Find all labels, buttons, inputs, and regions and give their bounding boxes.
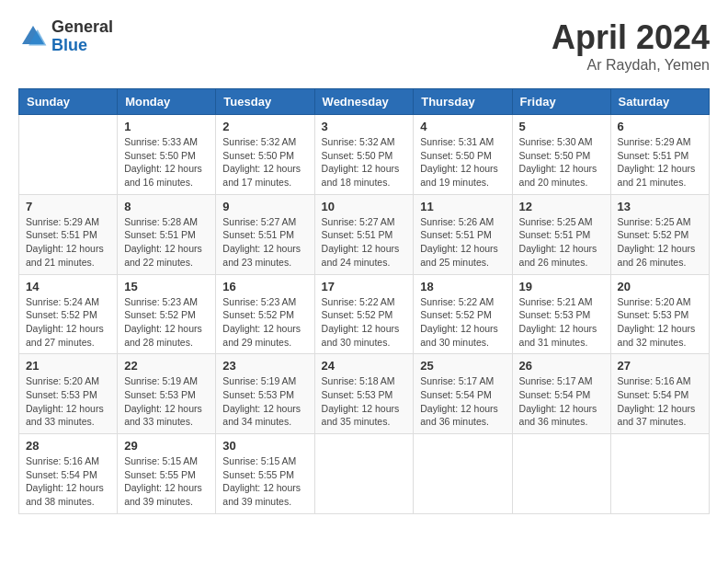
day-info: Sunrise: 5:32 AMSunset: 5:50 PMDaylight:…: [322, 135, 407, 190]
day-number: 21: [26, 359, 110, 373]
day-info: Sunrise: 5:25 AMSunset: 5:51 PMDaylight:…: [519, 215, 604, 270]
day-info: Sunrise: 5:16 AMSunset: 5:54 PMDaylight:…: [26, 454, 110, 509]
calendar-week-row: 7Sunrise: 5:29 AMSunset: 5:51 PMDaylight…: [19, 194, 710, 274]
calendar-cell: 1Sunrise: 5:33 AMSunset: 5:50 PMDaylight…: [118, 115, 216, 195]
day-number: 12: [519, 200, 604, 213]
day-number: 27: [618, 359, 702, 373]
day-info: Sunrise: 5:27 AMSunset: 5:51 PMDaylight:…: [322, 215, 407, 270]
day-number: 23: [222, 359, 307, 373]
calendar-cell: [314, 434, 414, 514]
calendar-cell: 6Sunrise: 5:29 AMSunset: 5:51 PMDaylight…: [610, 115, 709, 195]
column-header-wednesday: Wednesday: [314, 89, 414, 115]
logo-icon: [18, 22, 48, 52]
calendar-cell: 13Sunrise: 5:25 AMSunset: 5:52 PMDayligh…: [610, 194, 709, 274]
calendar-cell: [610, 434, 709, 514]
calendar-cell: 22Sunrise: 5:19 AMSunset: 5:53 PMDayligh…: [118, 354, 216, 434]
calendar-week-row: 21Sunrise: 5:20 AMSunset: 5:53 PMDayligh…: [19, 354, 710, 434]
day-number: 2: [222, 120, 307, 133]
day-number: 10: [322, 200, 407, 213]
day-info: Sunrise: 5:19 AMSunset: 5:53 PMDaylight:…: [222, 374, 307, 429]
column-header-sunday: Sunday: [19, 89, 118, 115]
column-header-monday: Monday: [118, 89, 216, 115]
day-number: 30: [222, 439, 307, 453]
calendar-cell: 30Sunrise: 5:15 AMSunset: 5:55 PMDayligh…: [216, 434, 314, 514]
day-info: Sunrise: 5:33 AMSunset: 5:50 PMDaylight:…: [124, 135, 209, 190]
column-header-thursday: Thursday: [414, 89, 512, 115]
day-number: 15: [124, 280, 209, 293]
day-info: Sunrise: 5:27 AMSunset: 5:51 PMDaylight:…: [222, 215, 307, 270]
logo-blue: Blue: [51, 37, 113, 55]
day-info: Sunrise: 5:15 AMSunset: 5:55 PMDaylight:…: [124, 454, 209, 509]
day-info: Sunrise: 5:24 AMSunset: 5:52 PMDaylight:…: [26, 295, 110, 350]
logo: General Blue: [18, 18, 113, 55]
calendar-cell: 9Sunrise: 5:27 AMSunset: 5:51 PMDaylight…: [216, 194, 314, 274]
title-block: April 2024 Ar Raydah, Yemen: [552, 18, 710, 74]
calendar-cell: 24Sunrise: 5:18 AMSunset: 5:53 PMDayligh…: [314, 354, 414, 434]
day-number: 3: [322, 120, 407, 133]
calendar-cell: 7Sunrise: 5:29 AMSunset: 5:51 PMDaylight…: [19, 194, 118, 274]
calendar-cell: [512, 434, 610, 514]
day-number: 13: [618, 200, 702, 213]
day-number: 11: [420, 200, 505, 213]
calendar-week-row: 1Sunrise: 5:33 AMSunset: 5:50 PMDaylight…: [19, 115, 710, 195]
logo-text: General Blue: [51, 18, 113, 55]
calendar-cell: 27Sunrise: 5:16 AMSunset: 5:54 PMDayligh…: [610, 354, 709, 434]
day-number: 25: [420, 359, 505, 373]
page-header: General Blue April 2024 Ar Raydah, Yemen: [18, 18, 710, 74]
calendar-cell: 19Sunrise: 5:21 AMSunset: 5:53 PMDayligh…: [512, 274, 610, 354]
calendar-cell: 23Sunrise: 5:19 AMSunset: 5:53 PMDayligh…: [216, 354, 314, 434]
day-number: 14: [26, 280, 110, 293]
day-number: 6: [618, 120, 702, 133]
day-number: 5: [519, 120, 604, 133]
calendar-week-row: 14Sunrise: 5:24 AMSunset: 5:52 PMDayligh…: [19, 274, 710, 354]
day-info: Sunrise: 5:17 AMSunset: 5:54 PMDaylight:…: [519, 374, 604, 429]
month-title: April 2024: [552, 18, 710, 57]
calendar-cell: 17Sunrise: 5:22 AMSunset: 5:52 PMDayligh…: [314, 274, 414, 354]
calendar-cell: 10Sunrise: 5:27 AMSunset: 5:51 PMDayligh…: [314, 194, 414, 274]
day-number: 18: [420, 280, 505, 293]
day-number: 8: [124, 200, 209, 213]
day-info: Sunrise: 5:23 AMSunset: 5:52 PMDaylight:…: [124, 295, 209, 350]
day-info: Sunrise: 5:32 AMSunset: 5:50 PMDaylight:…: [222, 135, 307, 190]
calendar-cell: 20Sunrise: 5:20 AMSunset: 5:53 PMDayligh…: [610, 274, 709, 354]
calendar-cell: 12Sunrise: 5:25 AMSunset: 5:51 PMDayligh…: [512, 194, 610, 274]
calendar-cell: 14Sunrise: 5:24 AMSunset: 5:52 PMDayligh…: [19, 274, 118, 354]
calendar-week-row: 28Sunrise: 5:16 AMSunset: 5:54 PMDayligh…: [19, 434, 710, 514]
day-number: 28: [26, 439, 110, 453]
calendar-cell: 18Sunrise: 5:22 AMSunset: 5:52 PMDayligh…: [414, 274, 512, 354]
day-number: 4: [420, 120, 505, 133]
day-number: 16: [222, 280, 307, 293]
day-info: Sunrise: 5:17 AMSunset: 5:54 PMDaylight:…: [420, 374, 505, 429]
calendar-cell: 4Sunrise: 5:31 AMSunset: 5:50 PMDaylight…: [414, 115, 512, 195]
location: Ar Raydah, Yemen: [552, 57, 710, 74]
day-info: Sunrise: 5:29 AMSunset: 5:51 PMDaylight:…: [26, 215, 110, 270]
day-info: Sunrise: 5:31 AMSunset: 5:50 PMDaylight:…: [420, 135, 505, 190]
calendar-cell: 8Sunrise: 5:28 AMSunset: 5:51 PMDaylight…: [118, 194, 216, 274]
calendar-cell: 15Sunrise: 5:23 AMSunset: 5:52 PMDayligh…: [118, 274, 216, 354]
day-info: Sunrise: 5:19 AMSunset: 5:53 PMDaylight:…: [124, 374, 209, 429]
calendar-header-row: SundayMondayTuesdayWednesdayThursdayFrid…: [19, 89, 710, 115]
day-info: Sunrise: 5:25 AMSunset: 5:52 PMDaylight:…: [618, 215, 702, 270]
calendar-cell: 28Sunrise: 5:16 AMSunset: 5:54 PMDayligh…: [19, 434, 118, 514]
day-info: Sunrise: 5:22 AMSunset: 5:52 PMDaylight:…: [420, 295, 505, 350]
day-number: 24: [322, 359, 407, 373]
day-number: 7: [26, 200, 110, 213]
column-header-tuesday: Tuesday: [216, 89, 314, 115]
day-info: Sunrise: 5:30 AMSunset: 5:50 PMDaylight:…: [519, 135, 604, 190]
column-header-friday: Friday: [512, 89, 610, 115]
day-info: Sunrise: 5:29 AMSunset: 5:51 PMDaylight:…: [618, 135, 702, 190]
day-info: Sunrise: 5:16 AMSunset: 5:54 PMDaylight:…: [618, 374, 702, 429]
day-info: Sunrise: 5:18 AMSunset: 5:53 PMDaylight:…: [322, 374, 407, 429]
calendar-cell: 29Sunrise: 5:15 AMSunset: 5:55 PMDayligh…: [118, 434, 216, 514]
calendar-cell: 16Sunrise: 5:23 AMSunset: 5:52 PMDayligh…: [216, 274, 314, 354]
calendar-cell: [414, 434, 512, 514]
day-number: 26: [519, 359, 604, 373]
calendar-cell: 2Sunrise: 5:32 AMSunset: 5:50 PMDaylight…: [216, 115, 314, 195]
calendar-table: SundayMondayTuesdayWednesdayThursdayFrid…: [18, 88, 710, 514]
calendar-cell: [19, 115, 118, 195]
calendar-cell: 21Sunrise: 5:20 AMSunset: 5:53 PMDayligh…: [19, 354, 118, 434]
column-header-saturday: Saturday: [610, 89, 709, 115]
day-info: Sunrise: 5:26 AMSunset: 5:51 PMDaylight:…: [420, 215, 505, 270]
calendar-cell: 3Sunrise: 5:32 AMSunset: 5:50 PMDaylight…: [314, 115, 414, 195]
day-number: 19: [519, 280, 604, 293]
